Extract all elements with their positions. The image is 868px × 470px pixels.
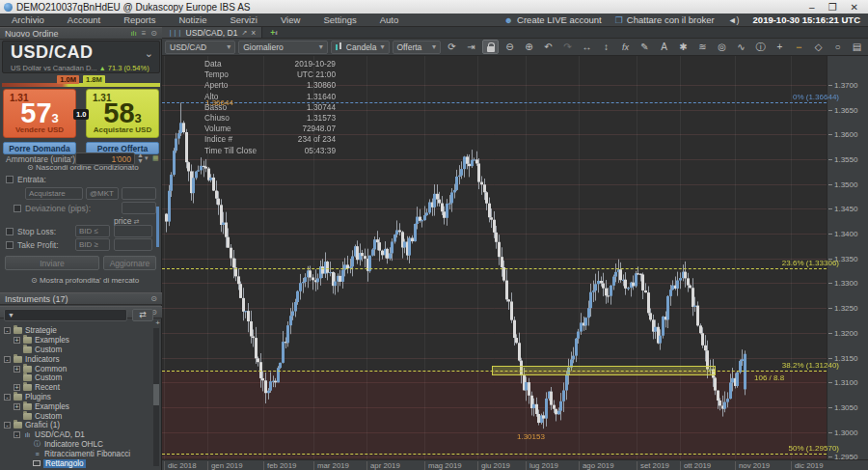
navigator-swap-button[interactable]: ⇄: [132, 309, 153, 321]
tree-toggle-icon[interactable]: +: [14, 366, 20, 373]
menu-settings[interactable]: Settings: [312, 14, 367, 25]
folder-icon: [23, 366, 32, 373]
take-profit-cond-field[interactable]: BID ≥: [75, 238, 110, 251]
place-bid-button[interactable]: Porre Domanda: [3, 142, 76, 154]
chart-tab[interactable]: ❘❘❘ USD/CAD, D1 ↗ ×: [162, 27, 262, 38]
tab-close-icon[interactable]: ×: [251, 28, 256, 38]
deviation-checkbox-row[interactable]: Deviazione (pips):: [14, 204, 91, 213]
navigator-scrollbar[interactable]: [153, 328, 159, 466]
menu-archivio[interactable]: Archivio: [0, 14, 56, 25]
tree-item-ritracciamenti-fibonacci[interactable]: ≡Ritracciamenti Fibonacci: [0, 449, 152, 458]
periods-icon[interactable]: •••: [791, 40, 807, 54]
tree-item-usd-cad-d1[interactable]: -ılıUSD/CAD, D1: [0, 430, 152, 440]
create-live-account-button[interactable]: ☻ Create LIVE account: [504, 14, 602, 25]
take-profit-price-field[interactable]: [114, 238, 152, 251]
tree-item-label: Custom: [35, 412, 62, 421]
zoom-out-icon[interactable]: ⊖: [502, 40, 518, 54]
tree-item-recent[interactable]: +Recent: [0, 383, 152, 393]
tree-toggle-icon[interactable]: -: [14, 431, 20, 438]
instruments-panel-header[interactable]: Instruments (17) ⊙: [0, 292, 162, 305]
entry-side-field[interactable]: Acquistare: [25, 187, 83, 200]
undo-icon[interactable]: ↶: [540, 40, 556, 54]
tree-item-custom[interactable]: Custom: [0, 411, 152, 421]
hamburger-icon[interactable]: ≡: [142, 29, 147, 38]
up-arrow-icon: ▲: [99, 65, 106, 71]
layers-icon[interactable]: ≋: [694, 40, 711, 54]
rectangle-drawing[interactable]: [492, 366, 716, 375]
info-icon[interactable]: ⓘ: [752, 40, 769, 54]
tree-item-rettangolo[interactable]: Rettangolo: [0, 458, 152, 468]
form-scrollbar[interactable]: [156, 207, 159, 247]
tree-toggle-icon[interactable]: -: [4, 394, 11, 401]
palette-icon[interactable]: ◇: [810, 40, 827, 54]
scrollbar-thumb[interactable]: [153, 384, 159, 405]
side-select[interactable]: Offerta▾: [393, 41, 442, 54]
stop-loss-checkbox-row[interactable]: Stop Loss:: [6, 227, 56, 236]
chat-broker-button[interactable]: ❐ Chattare con il broker: [615, 14, 715, 25]
eye-icon[interactable]: ⊙: [150, 294, 157, 303]
menu-auto[interactable]: Auto: [368, 14, 411, 25]
vertical-scale-icon[interactable]: ↕: [598, 40, 614, 54]
chart-plot-area[interactable]: 1.37001.36501.36001.35501.35001.34501.34…: [162, 56, 868, 459]
detach-icon[interactable]: ↗: [241, 29, 247, 37]
menu-reports[interactable]: Reports: [112, 14, 167, 25]
curve-icon[interactable]: ∿: [733, 40, 749, 54]
maximize-button[interactable]: ❐: [828, 2, 837, 13]
text-tool-icon[interactable]: A: [656, 40, 672, 54]
menu-notizie[interactable]: Notizie: [167, 14, 218, 25]
refresh-icon[interactable]: ⟳: [444, 40, 460, 54]
menu-servizi[interactable]: Servizi: [218, 14, 269, 25]
entry-checkbox-row[interactable]: Entrata:: [6, 175, 46, 184]
tree-item-plugins[interactable]: -Plugins: [0, 393, 152, 402]
menu-view[interactable]: View: [269, 14, 312, 25]
calculator-icon[interactable]: ▦: [152, 154, 159, 162]
indicators-icon[interactable]: fx: [617, 40, 634, 54]
tree-item-indicators[interactable]: -Indicators: [0, 354, 152, 364]
entry-type-field[interactable]: @MKT: [86, 187, 119, 200]
speaker-icon[interactable]: ◄): [728, 15, 740, 25]
lock-icon[interactable]: [482, 40, 499, 54]
minimize-button[interactable]: –: [809, 2, 815, 13]
tree-toggle-icon[interactable]: -: [4, 327, 11, 334]
zoom-in-icon[interactable]: ⊕: [521, 40, 537, 54]
visibility-eye-icon[interactable]: ◎: [714, 40, 730, 54]
sell-tile[interactable]: 1.31 573 Vendere USD: [3, 89, 76, 138]
go-to-end-icon[interactable]: ⇥: [463, 40, 479, 54]
period-select[interactable]: Giornaliero▾: [238, 41, 328, 54]
instrument-selector[interactable]: USD/CAD ⌄ US Dollar vs Canadian D... ▲ 7…: [2, 41, 160, 73]
tree-toggle-icon[interactable]: +: [14, 384, 20, 391]
mini-chart-icon[interactable]: ılı: [130, 29, 136, 38]
shapes-icon[interactable]: ○: [829, 40, 846, 54]
tree-toggle-icon[interactable]: -: [4, 422, 11, 429]
close-button[interactable]: ✕: [851, 2, 858, 13]
deviation-field[interactable]: [122, 202, 156, 214]
draw-pencil-icon[interactable]: ✎: [637, 40, 653, 54]
take-profit-checkbox-row[interactable]: Take Profit:: [6, 240, 59, 250]
menu-account[interactable]: Account: [56, 14, 112, 25]
stop-loss-cond-field[interactable]: BID ≤: [75, 225, 110, 237]
workspace-icon[interactable]: ✱: [675, 40, 692, 54]
new-chart-button[interactable]: +ıl: [262, 27, 284, 38]
send-button[interactable]: Inviare: [5, 256, 99, 270]
tree-toggle-icon[interactable]: +: [14, 337, 20, 344]
save-icon[interactable]: ▤: [849, 40, 865, 54]
buy-tile[interactable]: 1.31 583 Acquistare USD: [86, 89, 159, 138]
tree-item-custom[interactable]: Custom: [0, 346, 152, 355]
tree-item-examples[interactable]: +Examples: [0, 401, 152, 411]
tree-item-indicatore-ohlc[interactable]: ⓘIndicatore OHLC: [0, 440, 152, 450]
update-button[interactable]: Aggiornare: [103, 256, 156, 270]
chart-type-select[interactable]: Candela▾: [331, 41, 390, 54]
scroll-up-icon[interactable]: +: [155, 318, 160, 327]
tree-item-grafici-1-[interactable]: -Grafici (1): [0, 421, 152, 430]
navigator-filter-input[interactable]: ▼: [4, 309, 127, 321]
amount-chevron-icon[interactable]: ▾: [145, 154, 149, 162]
crosshair-icon[interactable]: +: [772, 40, 788, 54]
instrument-select[interactable]: USD/CAD▾: [165, 41, 235, 54]
tree-toggle-icon[interactable]: -: [4, 356, 11, 363]
stop-loss-price-field[interactable]: [114, 225, 152, 237]
tree-toggle-icon[interactable]: +: [14, 403, 20, 410]
entry-price-field[interactable]: [122, 187, 156, 200]
horizontal-scale-icon[interactable]: ↔: [579, 40, 595, 54]
eye-icon[interactable]: ⊙: [150, 29, 157, 38]
time-axis[interactable]: dic 2018gen 2019feb 2019mar 2019apr 2019…: [162, 459, 868, 470]
